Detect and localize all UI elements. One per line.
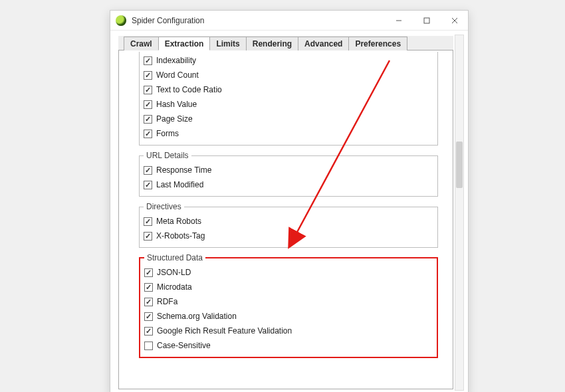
checkbox-label: Forms (156, 129, 179, 138)
group-legend: Structured Data (144, 253, 205, 262)
close-button[interactable] (447, 17, 463, 24)
maximize-button[interactable] (419, 17, 435, 24)
list-item: Response Time (144, 163, 433, 177)
checkbox-label: Hash Value (156, 100, 197, 109)
tab-preferences[interactable]: Preferences (348, 37, 407, 50)
checkbox-text-to-code-ratio[interactable] (144, 86, 152, 94)
list-item: Schema.org Validation (144, 309, 433, 324)
checkbox-case-sensitive[interactable] (144, 342, 153, 350)
checkbox-json-ld[interactable] (144, 268, 153, 277)
checkbox-hash-value[interactable] (144, 100, 152, 109)
checkbox-label: JSON-LD (157, 268, 191, 277)
checkbox-x-robots-tag[interactable] (144, 232, 152, 241)
checkbox-label: Schema.org Validation (157, 312, 237, 321)
vertical-scrollbar[interactable] (455, 35, 464, 391)
config-window: Spider Configuration Crawl Extraction Li… (110, 10, 469, 392)
checkbox-label: Google Rich Result Feature Validation (157, 326, 292, 336)
checkbox-label: Response Time (156, 165, 211, 175)
group-structured-data: Structured Data JSON-LD Microdata RDFa S… (139, 253, 438, 358)
client-area: Crawl Extraction Limits Rendering Advanc… (110, 31, 468, 392)
checkbox-label: Word Count (156, 70, 199, 80)
checkbox-google-rich-result[interactable] (144, 327, 153, 336)
list-item: Text to Code Ratio (144, 82, 433, 97)
list-item: RDFa (144, 294, 433, 309)
list-item: Case-Sensitive (144, 338, 433, 353)
checkbox-indexability[interactable] (144, 56, 152, 65)
list-item: Google Rich Result Feature Validation (144, 324, 433, 338)
checkbox-forms[interactable] (144, 130, 152, 138)
list-item: Page Size (144, 112, 433, 126)
list-item: Meta Robots (144, 214, 433, 229)
list-item: Indexability (144, 53, 433, 68)
svg-rect-1 (424, 18, 429, 23)
checkbox-label: Indexability (156, 56, 196, 65)
tab-pane: Indexability Word Count Text to Code Rat… (118, 50, 453, 389)
checkbox-response-time[interactable] (144, 166, 152, 175)
checkbox-label: Case-Sensitive (157, 341, 211, 350)
titlebar: Spider Configuration (110, 11, 468, 31)
checkbox-page-size[interactable] (144, 115, 152, 124)
scrollbar-thumb[interactable] (456, 142, 463, 188)
group-page-top: Indexability Word Count Text to Code Rat… (139, 52, 438, 146)
minimize-button[interactable] (391, 17, 407, 24)
tab-extraction[interactable]: Extraction (158, 37, 211, 50)
checkbox-meta-robots[interactable] (144, 217, 152, 226)
checkbox-label: X-Robots-Tag (156, 231, 205, 241)
tab-advanced[interactable]: Advanced (298, 37, 349, 50)
tab-limits[interactable]: Limits (209, 37, 246, 50)
list-item: Word Count (144, 68, 433, 82)
list-item: X-Robots-Tag (144, 229, 433, 243)
list-item: Hash Value (144, 97, 433, 112)
checkbox-label: Text to Code Ratio (156, 85, 222, 94)
checkbox-rdfa[interactable] (144, 298, 153, 306)
list-item: Forms (144, 126, 433, 141)
checkbox-microdata[interactable] (144, 283, 153, 292)
checkbox-label: Last Modified (156, 180, 203, 189)
group-legend: Directives (144, 202, 184, 211)
checkbox-last-modified[interactable] (144, 181, 152, 189)
checkbox-label: Page Size (156, 114, 193, 124)
checkbox-label: Meta Robots (156, 217, 201, 226)
checkbox-label: RDFa (157, 297, 177, 306)
tab-rendering[interactable]: Rendering (246, 37, 298, 50)
checkbox-word-count[interactable] (144, 71, 152, 80)
list-item: Microdata (144, 280, 433, 294)
tabstrip: Crawl Extraction Limits Rendering Advanc… (118, 36, 453, 50)
list-item: Last Modified (144, 177, 433, 192)
window-title: Spider Configuration (132, 16, 391, 25)
app-icon (116, 15, 126, 26)
list-item: JSON-LD (144, 265, 433, 280)
group-directives: Directives Meta Robots X-Robots-Tag (139, 202, 438, 248)
checkbox-schema-org-validation[interactable] (144, 312, 153, 321)
tab-crawl[interactable]: Crawl (124, 37, 159, 50)
checkbox-label: Microdata (157, 282, 192, 292)
window-controls (391, 17, 463, 24)
group-legend: URL Details (144, 151, 191, 160)
group-url-details: URL Details Response Time Last Modified (139, 151, 438, 197)
